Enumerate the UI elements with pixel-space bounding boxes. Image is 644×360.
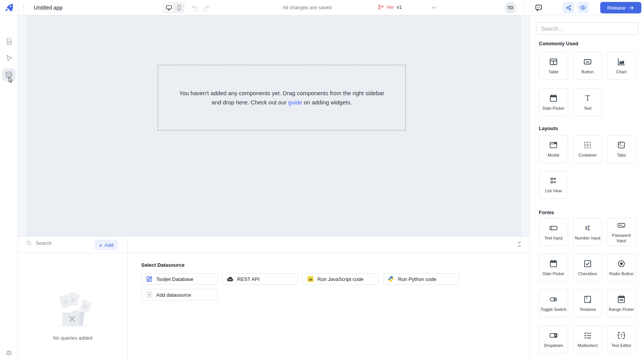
query-search[interactable] xyxy=(26,240,82,246)
device-layout-toggle xyxy=(163,2,185,13)
javascript-icon: JS xyxy=(307,276,314,282)
preview-button[interactable] xyxy=(577,2,589,13)
debugger-bug-icon[interactable] xyxy=(5,348,13,356)
query-panel-header: + Add xyxy=(18,236,530,253)
widget-card-toggle-switch[interactable]: Toggle Switch xyxy=(539,289,568,317)
button-icon: OK xyxy=(583,57,593,67)
mouse-cursor xyxy=(8,77,13,83)
version-label: Ver xyxy=(386,4,394,10)
no-queries-caption: No queries added xyxy=(53,335,92,341)
widget-card-container[interactable]: Container xyxy=(573,135,602,163)
list-view-icon xyxy=(548,176,558,186)
components-search-input[interactable] xyxy=(536,22,638,35)
mobile-icon xyxy=(176,5,182,11)
svg-text:T: T xyxy=(585,94,590,102)
queries-empty-state: No queries added xyxy=(18,291,128,341)
widget-card-checkbox[interactable]: Checkbox xyxy=(573,254,602,282)
redo-icon[interactable] xyxy=(203,4,210,12)
widget-card-textarea[interactable]: T Textarea xyxy=(573,289,602,317)
date-picker-icon xyxy=(548,93,558,103)
comments-icon[interactable] xyxy=(534,3,543,12)
widget-card-password-input[interactable]: ** Password Input xyxy=(607,218,636,246)
pages-icon[interactable] xyxy=(5,38,13,45)
widget-card-table[interactable]: Table xyxy=(539,52,568,80)
widget-card-date-picker-forms[interactable]: Date Picker xyxy=(539,254,568,282)
widget-card-date-picker[interactable]: Date Picker xyxy=(539,88,568,116)
svg-text:T: T xyxy=(585,296,588,300)
widget-card-range-picker[interactable]: Range Picker xyxy=(607,289,636,317)
section-layouts: Layouts xyxy=(539,126,558,131)
widget-card-chart[interactable]: Chart xyxy=(607,52,636,80)
svg-text:T: T xyxy=(620,333,623,338)
query-panel: + Add No queries added xyxy=(18,236,530,360)
app-menu-kebab-icon[interactable] xyxy=(21,5,25,10)
number-input-icon: 2 xyxy=(583,223,593,233)
chevron-down-icon[interactable] xyxy=(430,4,438,11)
query-search-input[interactable] xyxy=(36,240,82,246)
share-icon xyxy=(565,5,572,11)
range-picker-icon xyxy=(616,294,626,304)
section-forms: Forms xyxy=(539,210,554,215)
datasource-run-javascript[interactable]: JS Run JavaScript code xyxy=(302,273,379,285)
widget-card-modal[interactable]: Modal xyxy=(539,135,568,163)
text-icon: T xyxy=(583,93,593,103)
release-button[interactable]: Release xyxy=(600,2,641,13)
python-icon xyxy=(388,276,394,282)
version-selector[interactable]: Ver v1 xyxy=(378,4,402,10)
dropdown-icon xyxy=(548,330,558,340)
widget-card-dropdown[interactable]: Dropdown xyxy=(539,325,568,353)
add-datasource-button[interactable]: Add datasource xyxy=(141,289,218,301)
widget-card-number-input[interactable]: 2 Number Input xyxy=(573,218,602,246)
container-icon xyxy=(583,140,593,150)
datasource-run-python[interactable]: Run Python code xyxy=(383,273,459,285)
svg-text:OK: OK xyxy=(586,61,590,63)
password-input-icon: ** xyxy=(616,220,626,230)
svg-text:**: ** xyxy=(619,223,622,228)
widget-card-radio-button[interactable]: Radio Button xyxy=(607,254,636,282)
datasource-rest-api[interactable]: REST REST API xyxy=(222,273,298,285)
user-avatar[interactable]: TD xyxy=(505,2,516,13)
text-editor-icon: T xyxy=(616,330,626,340)
widget-card-text[interactable]: T Text xyxy=(573,88,602,116)
plus-icon: + xyxy=(99,242,102,248)
app-title: Untitled app xyxy=(34,5,63,11)
mobile-toggle-button[interactable] xyxy=(174,3,184,12)
add-query-button[interactable]: + Add xyxy=(94,239,118,250)
datasource-row: Add datasource xyxy=(141,289,218,301)
collapse-panel-icon[interactable] xyxy=(517,241,523,248)
release-label: Release xyxy=(607,5,626,11)
empty-canvas-dropzone[interactable]: You haven't added any components yet. Dr… xyxy=(158,65,406,130)
empty-canvas-text: You haven't added any components yet. Dr… xyxy=(179,89,384,107)
textarea-icon: T xyxy=(583,294,593,304)
desktop-icon xyxy=(165,4,172,11)
tooljet-app-builder: Untitled app All changes are saved Ver v… xyxy=(0,0,644,360)
header-divider xyxy=(524,3,524,12)
widget-card-text-editor[interactable]: T Text Editor xyxy=(607,325,636,353)
arrow-right-icon xyxy=(629,5,634,11)
query-list-header: + Add xyxy=(18,236,128,253)
no-queries-illustration xyxy=(48,291,98,330)
toggle-switch-icon xyxy=(548,294,558,304)
guide-link[interactable]: guide xyxy=(288,99,302,106)
share-button[interactable] xyxy=(563,2,574,13)
text-input-icon xyxy=(548,223,558,233)
query-list-panel: No queries added xyxy=(18,253,128,360)
left-rail xyxy=(0,15,18,360)
datasource-tooljet-database[interactable]: Tooljet Database xyxy=(141,273,218,285)
undo-icon[interactable] xyxy=(191,4,198,12)
tooljet-logo-rocket-icon[interactable] xyxy=(4,3,14,13)
eye-icon xyxy=(580,4,586,11)
widget-card-button[interactable]: OK Button xyxy=(573,52,602,80)
select-datasource-title: Select Datasource xyxy=(141,262,185,268)
widget-card-list-view[interactable]: List View xyxy=(539,171,568,199)
rest-api-cloud-icon: REST xyxy=(227,276,233,282)
widget-card-multiselect[interactable]: Multiselect xyxy=(573,325,602,353)
widget-card-tabs[interactable]: Tabs xyxy=(607,135,636,163)
widget-card-text-input[interactable]: Text Input xyxy=(539,218,568,246)
modal-icon xyxy=(548,140,558,150)
query-details-panel: Select Datasource Tooljet Database REST … xyxy=(128,253,530,360)
inspector-cursor-icon[interactable] xyxy=(5,54,13,62)
desktop-toggle-button[interactable] xyxy=(164,3,173,12)
svg-text:JS: JS xyxy=(309,278,312,281)
app-canvas[interactable]: You haven't added any components yet. Dr… xyxy=(26,15,521,236)
